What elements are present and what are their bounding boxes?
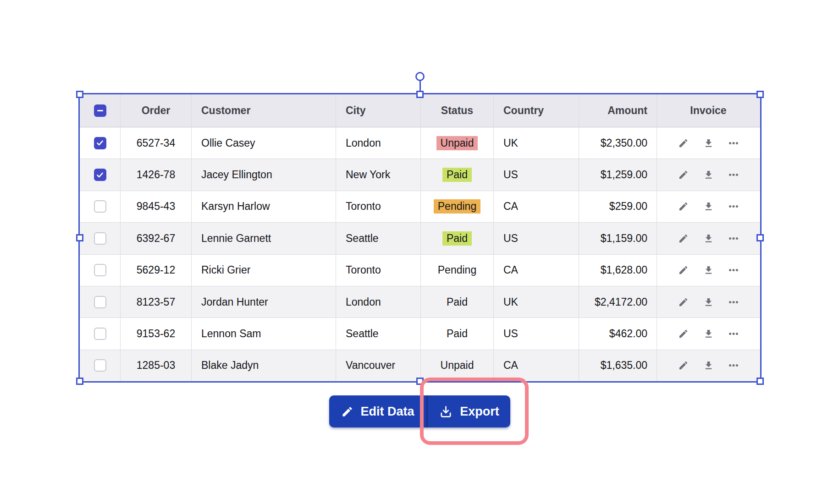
more-icon[interactable] (728, 137, 740, 149)
more-icon[interactable] (728, 328, 740, 340)
edit-icon[interactable] (677, 360, 689, 372)
status-badge: Paid (442, 327, 472, 341)
download-icon[interactable] (702, 360, 714, 372)
city-value: Toronto (346, 264, 381, 276)
cell-city: Seattle (336, 318, 421, 349)
edit-icon[interactable] (677, 232, 689, 244)
edit-icon[interactable] (677, 137, 689, 149)
cell-city: Vancouver (336, 350, 421, 381)
status-badge: Paid (442, 231, 472, 246)
cell-invoice (657, 255, 760, 286)
cell-country: UK (494, 286, 579, 318)
rotation-handle-icon[interactable] (415, 72, 425, 81)
header-cell-select (80, 94, 121, 127)
more-icon[interactable] (728, 296, 740, 308)
download-icon[interactable] (702, 328, 714, 340)
download-icon[interactable] (702, 169, 714, 181)
selection-handle-bottom-left[interactable] (76, 378, 83, 385)
cell-country: CA (494, 350, 579, 381)
cell-customer: Blake Jadyn (192, 350, 336, 381)
selection-handle-middle-left[interactable] (76, 234, 83, 241)
country-value: UK (503, 137, 518, 149)
cell-select (80, 159, 121, 190)
edit-icon[interactable] (677, 296, 689, 308)
edit-data-button[interactable]: Edit Data (329, 395, 426, 427)
row-checkbox[interactable] (94, 264, 106, 276)
row-checkbox[interactable] (94, 359, 106, 372)
canvas: Order Customer City Status Country Amoun… (0, 0, 839, 504)
download-icon[interactable] (702, 232, 714, 244)
edit-icon[interactable] (677, 328, 689, 340)
order-value: 9153-62 (137, 328, 175, 340)
more-icon[interactable] (728, 360, 740, 372)
cell-select (80, 223, 121, 254)
cell-order: 1285-03 (121, 350, 192, 381)
cell-amount: $1,628.00 (579, 255, 657, 286)
edit-icon[interactable] (677, 169, 689, 181)
amount-value: $259.00 (609, 200, 647, 213)
selection-handle-bottom-middle[interactable] (416, 378, 424, 385)
more-icon[interactable] (728, 169, 740, 181)
select-all-checkbox[interactable] (94, 104, 106, 117)
customer-value: Jordan Hunter (201, 296, 268, 308)
country-value: US (503, 169, 518, 181)
cell-country: UK (494, 127, 579, 159)
city-value: Seattle (346, 232, 379, 245)
column-header-invoice: Invoice (657, 94, 760, 127)
invoice-actions (657, 137, 760, 149)
table-row: 1426-78 Jacey Ellington New York Paid US… (80, 159, 760, 191)
selection-handle-top-left[interactable] (76, 91, 83, 98)
selection-handle-top-right[interactable] (756, 91, 764, 98)
cell-customer: Ollie Casey (192, 127, 336, 159)
row-checkbox[interactable] (94, 328, 106, 340)
row-checkbox[interactable] (94, 200, 106, 213)
pencil-icon (341, 405, 353, 418)
cell-status: Pending (421, 255, 494, 286)
amount-value: $1,635.00 (601, 359, 647, 372)
cell-status: Unpaid (421, 127, 494, 159)
cell-country: CA (494, 191, 579, 222)
selection-handle-bottom-right[interactable] (756, 378, 764, 385)
cell-customer: Lennie Garnett (192, 223, 336, 254)
export-label: Export (460, 405, 499, 419)
cell-country: US (494, 223, 579, 254)
selection-handle-top-middle[interactable] (416, 91, 424, 98)
selection-handle-middle-right[interactable] (756, 234, 764, 241)
download-icon[interactable] (702, 264, 714, 276)
table-header-row: Order Customer City Status Country Amoun… (80, 94, 760, 127)
cell-status: Paid (421, 159, 494, 190)
row-checkbox[interactable] (94, 296, 106, 308)
city-value: Toronto (346, 200, 381, 213)
order-value: 6392-67 (137, 232, 175, 245)
row-checkbox[interactable] (94, 169, 106, 181)
more-icon[interactable] (728, 201, 740, 213)
check-icon (96, 171, 104, 179)
edit-icon[interactable] (677, 201, 689, 213)
cell-amount: $1,159.00 (579, 223, 657, 254)
more-icon[interactable] (728, 232, 740, 244)
cell-status: Paid (421, 318, 494, 349)
status-badge: Pending (434, 263, 480, 277)
row-checkbox[interactable] (94, 137, 106, 149)
table-row: 9153-62 Lennon Sam Seattle Paid US $462.… (80, 318, 760, 350)
amount-value: $1,259.00 (601, 169, 647, 181)
status-badge: Unpaid (436, 136, 478, 150)
download-icon[interactable] (702, 201, 714, 213)
column-header-amount: Amount (579, 94, 657, 127)
cell-select (80, 127, 121, 159)
download-tray-icon (439, 405, 453, 419)
edit-icon[interactable] (677, 264, 689, 276)
row-checkbox[interactable] (94, 232, 106, 245)
column-header-city: City (336, 94, 421, 127)
country-value: US (503, 328, 518, 340)
download-icon[interactable] (702, 137, 714, 149)
invoice-actions (657, 232, 760, 244)
cell-select (80, 318, 121, 349)
export-button[interactable]: Export (426, 395, 510, 427)
more-icon[interactable] (728, 264, 740, 276)
download-icon[interactable] (702, 296, 714, 308)
city-value: Vancouver (346, 359, 395, 372)
cell-customer: Ricki Grier (192, 255, 336, 286)
edit-data-label: Edit Data (360, 405, 414, 419)
invoice-actions (657, 328, 760, 340)
